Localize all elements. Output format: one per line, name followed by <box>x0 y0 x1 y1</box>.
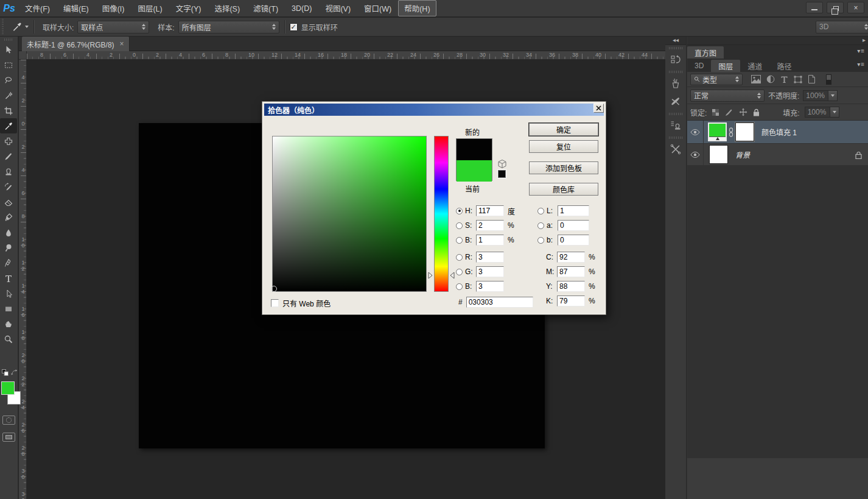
web-safe-color-swatch[interactable] <box>498 170 506 178</box>
lasso-tool[interactable] <box>0 73 17 88</box>
hand-tool[interactable] <box>0 316 17 331</box>
history-panel-icon[interactable] <box>665 51 686 69</box>
screen-mode-button[interactable] <box>2 433 15 442</box>
opacity-dropdown[interactable]: 100% <box>803 90 838 101</box>
sample-size-dropdown[interactable]: 取样点 <box>77 21 149 34</box>
ok-button[interactable]: 确定 <box>529 123 598 136</box>
brush-presets-panel-icon[interactable] <box>665 74 686 93</box>
layer-thumbnail[interactable] <box>709 145 728 164</box>
restore-button[interactable] <box>827 2 844 13</box>
eraser-tool[interactable] <box>0 194 17 210</box>
yellow-input[interactable] <box>557 281 585 292</box>
paint-bucket-tool[interactable] <box>0 210 17 225</box>
menu-item[interactable]: 图像(I) <box>96 0 131 16</box>
dodge-tool[interactable] <box>0 240 17 255</box>
dialog-close-button[interactable] <box>593 104 604 113</box>
eyedropper-tool[interactable] <box>0 118 17 133</box>
layer-name[interactable]: 背景 <box>735 149 750 160</box>
layer-mask-thumbnail[interactable] <box>735 122 754 141</box>
filter-pixel-layers-icon[interactable] <box>751 75 761 83</box>
lab-b-input[interactable] <box>558 235 589 246</box>
green-input[interactable] <box>476 266 504 277</box>
move-tool[interactable] <box>0 42 17 57</box>
color-libraries-button[interactable]: 颜色库 <box>529 183 598 196</box>
clone-stamp-tool[interactable] <box>0 164 17 179</box>
menu-item[interactable]: 文件(F) <box>18 0 57 16</box>
current-tool-preview[interactable] <box>12 21 29 32</box>
minimize-button[interactable] <box>806 2 823 13</box>
document-tab[interactable]: 未标题-1 @ 66.7%(RGB/8) × <box>22 37 130 51</box>
brightness-input[interactable] <box>476 235 504 246</box>
show-ring-checkbox[interactable]: ✓ <box>290 23 298 31</box>
foreground-color-swatch[interactable] <box>1 381 15 395</box>
zoom-tool[interactable] <box>0 331 17 347</box>
magic-wand-tool[interactable] <box>0 88 17 103</box>
default-colors-icon[interactable] <box>2 369 9 376</box>
brightness-radio[interactable] <box>456 237 463 244</box>
menu-item[interactable]: 帮助(H) <box>398 0 436 16</box>
filter-toggle-button[interactable] <box>826 74 831 85</box>
lab-b-radio[interactable] <box>537 237 544 244</box>
expand-panels-chevron-icon[interactable]: ◂◂ <box>665 37 686 45</box>
layer-row-background[interactable]: 背景 <box>687 144 868 166</box>
add-to-swatches-button[interactable]: 添加到色板 <box>529 161 598 174</box>
layer-row-color-fill[interactable]: 颜色填充 1 <box>687 121 868 144</box>
path-selection-tool[interactable] <box>0 286 17 301</box>
menu-item[interactable]: 窗口(W) <box>357 0 398 16</box>
layer-visibility-cell[interactable] <box>687 144 704 165</box>
menu-item[interactable]: 3D(D) <box>285 2 318 15</box>
filter-adjustment-layers-icon[interactable] <box>766 75 775 83</box>
tab-paths[interactable]: 路径 <box>769 60 799 72</box>
panel-menu-icon[interactable]: ▾≡ <box>857 48 865 54</box>
close-button[interactable]: × <box>847 2 864 13</box>
fill-dropdown[interactable]: 100% <box>805 107 839 118</box>
menu-item[interactable]: 文字(Y) <box>169 0 208 16</box>
menu-item[interactable]: 编辑(E) <box>57 0 96 16</box>
red-radio[interactable] <box>456 254 463 261</box>
saturation-input[interactable] <box>476 220 504 231</box>
blue-radio[interactable] <box>456 283 463 290</box>
current-color-swatch[interactable] <box>457 160 492 182</box>
hue-slider[interactable] <box>434 136 449 292</box>
hue-radio[interactable] <box>456 208 463 214</box>
dropdown-arrow-icon[interactable] <box>828 90 838 101</box>
dropdown-arrow-icon[interactable] <box>830 107 839 118</box>
tool-presets-wrench-icon[interactable] <box>665 140 686 158</box>
filter-type-dropdown[interactable]: 类型 <box>690 74 743 85</box>
document-tab-close-icon[interactable]: × <box>120 40 124 48</box>
filter-shape-layers-icon[interactable] <box>794 76 802 83</box>
lock-all-icon[interactable] <box>753 108 760 116</box>
hue-slider-right-arrow-icon[interactable] <box>450 272 455 279</box>
magenta-input[interactable] <box>557 266 585 277</box>
layer-name[interactable]: 颜色填充 1 <box>761 127 797 137</box>
menu-item[interactable]: 视图(V) <box>318 0 357 16</box>
web-colors-only-checkbox[interactable] <box>271 299 279 307</box>
type-tool[interactable] <box>0 271 17 286</box>
spot-healing-brush-tool[interactable] <box>0 133 17 149</box>
expand-dock-chevron-icon[interactable]: ▸ <box>863 37 866 43</box>
lab-a-input[interactable] <box>558 220 589 231</box>
filter-type-layers-icon[interactable] <box>780 76 788 83</box>
hue-input[interactable] <box>476 205 504 216</box>
menu-item[interactable]: 图层(L) <box>131 0 169 16</box>
red-input[interactable] <box>476 252 504 263</box>
lock-pixels-icon[interactable] <box>725 108 733 116</box>
tool-presets-panel-icon[interactable] <box>665 93 686 111</box>
reset-button[interactable]: 复位 <box>529 140 598 153</box>
panel-menu-icon[interactable]: ▾≡ <box>857 61 865 68</box>
menu-item[interactable]: 选择(S) <box>208 0 247 16</box>
tab-layers[interactable]: 图层 <box>711 60 740 72</box>
blend-mode-dropdown[interactable]: 正常 <box>690 90 765 102</box>
history-brush-tool[interactable] <box>0 179 17 194</box>
saturation-brightness-field[interactable] <box>272 136 427 292</box>
pen-tool[interactable] <box>0 255 17 271</box>
web-color-warning[interactable] <box>497 159 507 169</box>
layer-visibility-cell[interactable] <box>687 121 704 143</box>
crop-tool[interactable] <box>0 103 17 118</box>
mask-link-icon[interactable] <box>728 127 734 137</box>
dialog-title-bar[interactable]: 拾色器（纯色） <box>264 104 604 116</box>
clone-source-panel-icon[interactable] <box>665 116 686 135</box>
workspace-dropdown[interactable]: 3D <box>816 21 868 34</box>
cyan-input[interactable] <box>557 252 585 263</box>
menu-item[interactable]: 滤镜(T) <box>247 0 285 16</box>
